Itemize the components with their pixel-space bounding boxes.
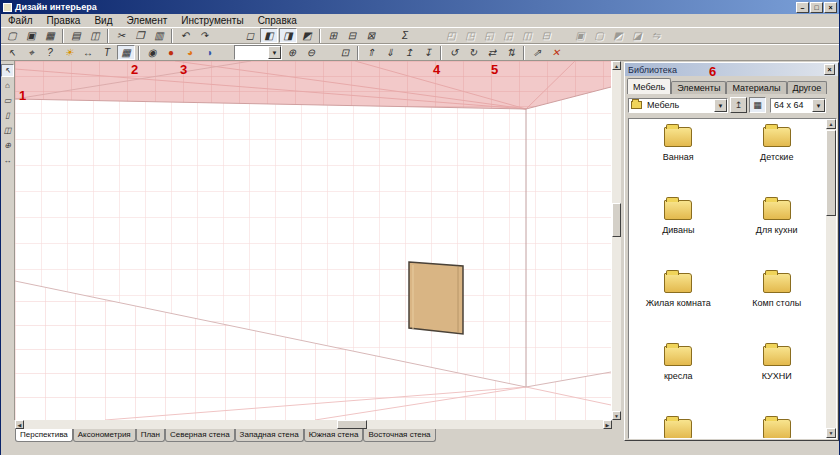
- scroll-up-icon[interactable]: ▲: [826, 119, 836, 129]
- sum-icon[interactable]: Σ: [396, 28, 414, 43]
- view-textured-icon[interactable]: ◨: [279, 28, 297, 43]
- align-bottom-icon[interactable]: ◲: [499, 28, 517, 43]
- horizontal-scroll-thumb[interactable]: [337, 420, 367, 429]
- tab-east-wall[interactable]: Восточная стена: [363, 429, 435, 442]
- list-item[interactable]: Ванная: [629, 119, 728, 192]
- measure-icon[interactable]: ↔: [79, 45, 97, 60]
- new-icon[interactable]: ▢: [3, 28, 21, 43]
- scroll-right-icon[interactable]: ▶: [603, 420, 612, 429]
- mirror-icon[interactable]: ⇋: [647, 28, 665, 43]
- text-tool-icon[interactable]: T: [98, 45, 116, 60]
- rotate-left-icon[interactable]: ↺: [445, 45, 463, 60]
- canvas-vertical-scrollbar[interactable]: ▲ ▼: [612, 61, 621, 420]
- show-rulers-icon[interactable]: ⊟: [343, 28, 361, 43]
- tab-perspective[interactable]: Перспектива: [15, 429, 73, 442]
- send-back-icon[interactable]: ◪: [628, 28, 646, 43]
- select-tool-button[interactable]: ↖: [1, 64, 14, 77]
- flip-horizontal-icon[interactable]: ⇄: [483, 45, 501, 60]
- library-path-combo[interactable]: Мебель ▼: [628, 98, 728, 113]
- camera-icon[interactable]: ◉: [143, 45, 161, 60]
- save-icon[interactable]: ▦: [41, 28, 59, 43]
- rotate-free-icon[interactable]: ⇗: [528, 45, 546, 60]
- zoom-tool-button[interactable]: ⊕: [1, 139, 14, 152]
- menu-file[interactable]: Файл: [1, 15, 40, 26]
- list-item[interactable]: Детские: [728, 119, 827, 192]
- light-icon[interactable]: ☀: [60, 45, 78, 60]
- select-tool-icon[interactable]: ↖: [3, 45, 21, 60]
- door-object[interactable]: [409, 262, 463, 334]
- bring-front-icon[interactable]: ◩: [609, 28, 627, 43]
- vertical-scroll-thumb[interactable]: [612, 203, 621, 237]
- view-shaded-icon[interactable]: ◧: [260, 28, 278, 43]
- tab-west-wall[interactable]: Западная стена: [235, 429, 304, 442]
- ungroup-icon[interactable]: ▢: [590, 28, 608, 43]
- render-blue-icon[interactable]: ◑: [200, 45, 218, 60]
- library-close-icon[interactable]: ×: [824, 64, 835, 75]
- align-top-icon[interactable]: ◱: [480, 28, 498, 43]
- tab-furniture[interactable]: Мебель: [627, 78, 671, 94]
- tab-other[interactable]: Другое: [787, 81, 828, 94]
- align-left-icon[interactable]: ◰: [442, 28, 460, 43]
- tab-elements[interactable]: Элементы: [671, 81, 726, 94]
- align-right-icon[interactable]: ◳: [461, 28, 479, 43]
- tab-north-wall[interactable]: Северная стена: [165, 429, 235, 442]
- flip-vertical-icon[interactable]: ⇅: [502, 45, 520, 60]
- scroll-down-icon[interactable]: ▼: [612, 411, 621, 420]
- room-canvas[interactable]: [15, 61, 612, 420]
- door-tool-button[interactable]: ▯: [1, 109, 14, 122]
- list-item[interactable]: [629, 411, 728, 439]
- render-orange-icon[interactable]: ◕: [181, 45, 199, 60]
- help-cursor-icon[interactable]: ?: [41, 45, 59, 60]
- move-down-icon[interactable]: ⇓: [381, 45, 399, 60]
- list-item[interactable]: [728, 411, 827, 439]
- distribute-h-icon[interactable]: ◫: [518, 28, 536, 43]
- scroll-up-icon[interactable]: ▲: [612, 61, 621, 70]
- zoom-combo[interactable]: ▼: [234, 45, 282, 60]
- library-scroll-thumb[interactable]: [826, 130, 836, 216]
- list-item[interactable]: Комп столы: [728, 265, 827, 338]
- open-icon[interactable]: ▣: [22, 28, 40, 43]
- pan-tool-icon[interactable]: ⌖: [22, 45, 40, 60]
- list-item[interactable]: КУХНИ: [728, 338, 827, 411]
- room-tool-button[interactable]: ⌂: [1, 79, 14, 92]
- delete-object-icon[interactable]: ✕: [547, 45, 565, 60]
- render-red-icon[interactable]: ●: [162, 45, 180, 60]
- icon-size-combo[interactable]: 64 x 64 ▼: [770, 98, 826, 113]
- paste-icon[interactable]: ▥: [150, 28, 168, 43]
- view-wireframe-icon[interactable]: ◻: [241, 28, 259, 43]
- tab-axonometry[interactable]: Аксонометрия: [73, 429, 136, 442]
- menu-edit[interactable]: Правка: [40, 15, 88, 26]
- library-scrollbar[interactable]: ▲ ▼: [826, 119, 836, 438]
- print-icon[interactable]: ▤: [67, 28, 85, 43]
- dimension-tool-button[interactable]: ↔: [1, 154, 14, 167]
- library-header[interactable]: Библиотека ×: [625, 63, 838, 76]
- move-up-icon[interactable]: ⇑: [362, 45, 380, 60]
- cut-icon[interactable]: ✂: [112, 28, 130, 43]
- chevron-down-icon[interactable]: ▼: [268, 46, 281, 59]
- redo-icon[interactable]: ↷: [195, 28, 213, 43]
- snap-grid-icon[interactable]: ▦: [117, 45, 135, 60]
- rotate-right-icon[interactable]: ↻: [464, 45, 482, 60]
- tab-south-wall[interactable]: Южная стена: [304, 429, 364, 442]
- distribute-v-icon[interactable]: ⊟: [537, 28, 555, 43]
- level-up-icon[interactable]: ↥: [400, 45, 418, 60]
- menu-help[interactable]: Справка: [251, 15, 304, 26]
- undo-icon[interactable]: ↶: [176, 28, 194, 43]
- list-item[interactable]: Для кухни: [728, 192, 827, 265]
- show-grid-icon[interactable]: ⊞: [324, 28, 342, 43]
- zoom-out-icon[interactable]: ⊖: [302, 45, 320, 60]
- scroll-left-icon[interactable]: ◀: [15, 420, 24, 429]
- tab-plan[interactable]: План: [136, 429, 165, 442]
- close-button[interactable]: ×: [824, 2, 837, 13]
- wall-tool-button[interactable]: ▭: [1, 94, 14, 107]
- tab-materials[interactable]: Материалы: [726, 81, 786, 94]
- group-icon[interactable]: ▣: [571, 28, 589, 43]
- view-icons-icon[interactable]: ▦: [749, 97, 766, 113]
- level-down-icon[interactable]: ↧: [419, 45, 437, 60]
- menu-view[interactable]: Вид: [87, 15, 119, 26]
- zoom-fit-icon[interactable]: ⊡: [336, 45, 354, 60]
- list-item[interactable]: кресла: [629, 338, 728, 411]
- chevron-down-icon[interactable]: ▼: [714, 99, 727, 112]
- zoom-in-icon[interactable]: ⊕: [283, 45, 301, 60]
- minimize-button[interactable]: –: [796, 2, 809, 13]
